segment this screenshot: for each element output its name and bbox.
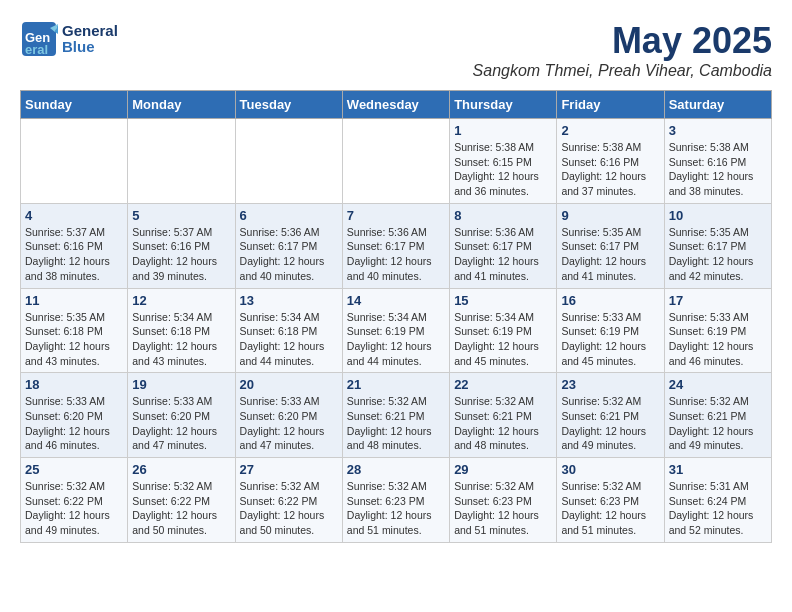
calendar-cell: 18Sunrise: 5:33 AMSunset: 6:20 PMDayligh…	[21, 373, 128, 458]
calendar-table: SundayMondayTuesdayWednesdayThursdayFrid…	[20, 90, 772, 543]
calendar-cell: 27Sunrise: 5:32 AMSunset: 6:22 PMDayligh…	[235, 458, 342, 543]
page-header: Gen eral General Blue May 2025 Sangkom T…	[20, 20, 772, 80]
calendar-cell: 17Sunrise: 5:33 AMSunset: 6:19 PMDayligh…	[664, 288, 771, 373]
day-info: Sunrise: 5:37 AMSunset: 6:16 PMDaylight:…	[132, 225, 230, 284]
weekday-header-monday: Monday	[128, 91, 235, 119]
calendar-cell: 14Sunrise: 5:34 AMSunset: 6:19 PMDayligh…	[342, 288, 449, 373]
day-info: Sunrise: 5:33 AMSunset: 6:20 PMDaylight:…	[240, 394, 338, 453]
day-number: 7	[347, 208, 445, 223]
day-info: Sunrise: 5:32 AMSunset: 6:21 PMDaylight:…	[454, 394, 552, 453]
day-number: 29	[454, 462, 552, 477]
day-number: 10	[669, 208, 767, 223]
calendar-cell: 11Sunrise: 5:35 AMSunset: 6:18 PMDayligh…	[21, 288, 128, 373]
day-info: Sunrise: 5:32 AMSunset: 6:23 PMDaylight:…	[454, 479, 552, 538]
calendar-cell: 31Sunrise: 5:31 AMSunset: 6:24 PMDayligh…	[664, 458, 771, 543]
calendar-cell	[342, 119, 449, 204]
day-number: 1	[454, 123, 552, 138]
weekday-header-wednesday: Wednesday	[342, 91, 449, 119]
day-number: 12	[132, 293, 230, 308]
day-info: Sunrise: 5:32 AMSunset: 6:22 PMDaylight:…	[25, 479, 123, 538]
day-info: Sunrise: 5:35 AMSunset: 6:17 PMDaylight:…	[669, 225, 767, 284]
day-info: Sunrise: 5:34 AMSunset: 6:18 PMDaylight:…	[132, 310, 230, 369]
calendar-week-row: 18Sunrise: 5:33 AMSunset: 6:20 PMDayligh…	[21, 373, 772, 458]
svg-text:eral: eral	[25, 42, 48, 57]
calendar-cell: 5Sunrise: 5:37 AMSunset: 6:16 PMDaylight…	[128, 203, 235, 288]
calendar-cell: 21Sunrise: 5:32 AMSunset: 6:21 PMDayligh…	[342, 373, 449, 458]
day-info: Sunrise: 5:38 AMSunset: 6:15 PMDaylight:…	[454, 140, 552, 199]
day-number: 6	[240, 208, 338, 223]
day-number: 20	[240, 377, 338, 392]
calendar-week-row: 11Sunrise: 5:35 AMSunset: 6:18 PMDayligh…	[21, 288, 772, 373]
calendar-cell: 8Sunrise: 5:36 AMSunset: 6:17 PMDaylight…	[450, 203, 557, 288]
day-info: Sunrise: 5:33 AMSunset: 6:20 PMDaylight:…	[132, 394, 230, 453]
day-number: 22	[454, 377, 552, 392]
calendar-cell: 24Sunrise: 5:32 AMSunset: 6:21 PMDayligh…	[664, 373, 771, 458]
day-number: 15	[454, 293, 552, 308]
day-number: 4	[25, 208, 123, 223]
calendar-cell: 9Sunrise: 5:35 AMSunset: 6:17 PMDaylight…	[557, 203, 664, 288]
day-info: Sunrise: 5:38 AMSunset: 6:16 PMDaylight:…	[669, 140, 767, 199]
calendar-cell: 13Sunrise: 5:34 AMSunset: 6:18 PMDayligh…	[235, 288, 342, 373]
day-number: 2	[561, 123, 659, 138]
calendar-cell: 28Sunrise: 5:32 AMSunset: 6:23 PMDayligh…	[342, 458, 449, 543]
calendar-cell: 3Sunrise: 5:38 AMSunset: 6:16 PMDaylight…	[664, 119, 771, 204]
calendar-week-row: 4Sunrise: 5:37 AMSunset: 6:16 PMDaylight…	[21, 203, 772, 288]
day-number: 8	[454, 208, 552, 223]
calendar-cell: 20Sunrise: 5:33 AMSunset: 6:20 PMDayligh…	[235, 373, 342, 458]
location-subtitle: Sangkom Thmei, Preah Vihear, Cambodia	[473, 62, 772, 80]
day-number: 23	[561, 377, 659, 392]
calendar-cell: 10Sunrise: 5:35 AMSunset: 6:17 PMDayligh…	[664, 203, 771, 288]
month-year-title: May 2025	[473, 20, 772, 62]
day-number: 5	[132, 208, 230, 223]
day-number: 3	[669, 123, 767, 138]
day-info: Sunrise: 5:34 AMSunset: 6:19 PMDaylight:…	[347, 310, 445, 369]
day-info: Sunrise: 5:35 AMSunset: 6:17 PMDaylight:…	[561, 225, 659, 284]
weekday-header-sunday: Sunday	[21, 91, 128, 119]
day-info: Sunrise: 5:32 AMSunset: 6:21 PMDaylight:…	[669, 394, 767, 453]
day-number: 26	[132, 462, 230, 477]
day-number: 11	[25, 293, 123, 308]
calendar-cell: 15Sunrise: 5:34 AMSunset: 6:19 PMDayligh…	[450, 288, 557, 373]
day-info: Sunrise: 5:33 AMSunset: 6:19 PMDaylight:…	[669, 310, 767, 369]
day-number: 25	[25, 462, 123, 477]
weekday-header-tuesday: Tuesday	[235, 91, 342, 119]
calendar-cell: 29Sunrise: 5:32 AMSunset: 6:23 PMDayligh…	[450, 458, 557, 543]
calendar-cell: 6Sunrise: 5:36 AMSunset: 6:17 PMDaylight…	[235, 203, 342, 288]
logo-text-general: General	[62, 23, 118, 40]
day-info: Sunrise: 5:32 AMSunset: 6:21 PMDaylight:…	[347, 394, 445, 453]
day-number: 18	[25, 377, 123, 392]
day-info: Sunrise: 5:32 AMSunset: 6:22 PMDaylight:…	[132, 479, 230, 538]
day-info: Sunrise: 5:36 AMSunset: 6:17 PMDaylight:…	[454, 225, 552, 284]
day-number: 30	[561, 462, 659, 477]
day-number: 28	[347, 462, 445, 477]
calendar-cell: 22Sunrise: 5:32 AMSunset: 6:21 PMDayligh…	[450, 373, 557, 458]
day-number: 14	[347, 293, 445, 308]
calendar-cell: 12Sunrise: 5:34 AMSunset: 6:18 PMDayligh…	[128, 288, 235, 373]
calendar-cell: 30Sunrise: 5:32 AMSunset: 6:23 PMDayligh…	[557, 458, 664, 543]
title-section: May 2025 Sangkom Thmei, Preah Vihear, Ca…	[473, 20, 772, 80]
day-info: Sunrise: 5:33 AMSunset: 6:19 PMDaylight:…	[561, 310, 659, 369]
day-number: 13	[240, 293, 338, 308]
calendar-week-row: 25Sunrise: 5:32 AMSunset: 6:22 PMDayligh…	[21, 458, 772, 543]
calendar-cell: 19Sunrise: 5:33 AMSunset: 6:20 PMDayligh…	[128, 373, 235, 458]
day-info: Sunrise: 5:38 AMSunset: 6:16 PMDaylight:…	[561, 140, 659, 199]
day-info: Sunrise: 5:32 AMSunset: 6:23 PMDaylight:…	[347, 479, 445, 538]
calendar-cell: 23Sunrise: 5:32 AMSunset: 6:21 PMDayligh…	[557, 373, 664, 458]
day-info: Sunrise: 5:32 AMSunset: 6:21 PMDaylight:…	[561, 394, 659, 453]
calendar-cell: 16Sunrise: 5:33 AMSunset: 6:19 PMDayligh…	[557, 288, 664, 373]
calendar-cell	[21, 119, 128, 204]
day-info: Sunrise: 5:37 AMSunset: 6:16 PMDaylight:…	[25, 225, 123, 284]
day-number: 16	[561, 293, 659, 308]
calendar-cell: 4Sunrise: 5:37 AMSunset: 6:16 PMDaylight…	[21, 203, 128, 288]
day-info: Sunrise: 5:36 AMSunset: 6:17 PMDaylight:…	[240, 225, 338, 284]
day-info: Sunrise: 5:35 AMSunset: 6:18 PMDaylight:…	[25, 310, 123, 369]
weekday-header-friday: Friday	[557, 91, 664, 119]
calendar-cell: 2Sunrise: 5:38 AMSunset: 6:16 PMDaylight…	[557, 119, 664, 204]
calendar-cell: 7Sunrise: 5:36 AMSunset: 6:17 PMDaylight…	[342, 203, 449, 288]
weekday-header-thursday: Thursday	[450, 91, 557, 119]
day-info: Sunrise: 5:36 AMSunset: 6:17 PMDaylight:…	[347, 225, 445, 284]
calendar-cell	[128, 119, 235, 204]
day-number: 27	[240, 462, 338, 477]
day-info: Sunrise: 5:32 AMSunset: 6:23 PMDaylight:…	[561, 479, 659, 538]
day-info: Sunrise: 5:31 AMSunset: 6:24 PMDaylight:…	[669, 479, 767, 538]
